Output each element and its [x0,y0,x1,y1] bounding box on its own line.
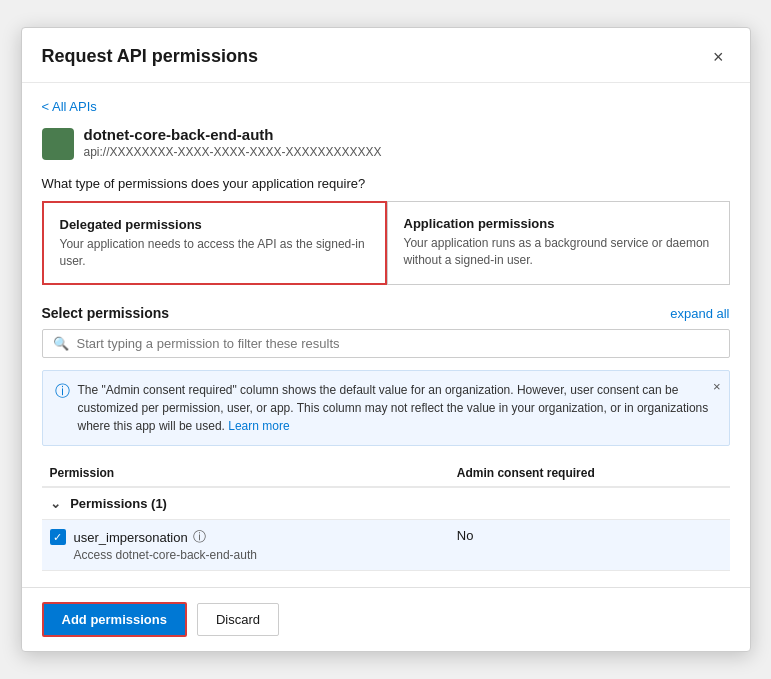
permission-cell: ✓ user_impersonation ⓘ Access dotnet-cor… [42,520,449,571]
info-banner-message: The "Admin consent required" column show… [78,383,709,433]
checkmark-icon: ✓ [53,532,62,543]
select-permissions-label: Select permissions [42,305,170,321]
table-group-row[interactable]: ⌄ Permissions (1) [42,487,730,520]
api-info: dotnet-core-back-end-auth api://XXXXXXXX… [42,126,730,160]
perm-description: Access dotnet-core-back-end-auth [74,548,257,562]
table-header-row: Permission Admin consent required [42,460,730,487]
dialog-footer: Add permissions Discard [22,587,750,651]
info-banner: ⓘ The "Admin consent required" column sh… [42,370,730,446]
expand-all-link[interactable]: expand all [670,306,729,321]
discard-button[interactable]: Discard [197,603,279,636]
permission-type-row: Delegated permissions Your application n… [42,201,730,286]
table-head: Permission Admin consent required [42,460,730,487]
application-permissions-card[interactable]: Application permissions Your application… [387,201,730,286]
perm-cell-content: ✓ user_impersonation ⓘ Access dotnet-cor… [50,528,441,562]
chevron-icon: ⌄ [50,496,61,511]
group-label: ⌄ Permissions (1) [42,487,730,520]
permission-column-header: Permission [42,460,449,487]
table-body: ⌄ Permissions (1) ✓ user_imper [42,487,730,571]
application-permissions-desc: Your application runs as a background se… [404,235,713,269]
add-permissions-button[interactable]: Add permissions [42,602,187,637]
dialog-header: Request API permissions × [22,28,750,83]
delegated-permissions-desc: Your application needs to access the API… [60,236,369,270]
api-uri: api://XXXXXXXX-XXXX-XXXX-XXXX-XXXXXXXXXX… [84,145,382,159]
admin-consent-column-header: Admin consent required [449,460,730,487]
search-input[interactable] [77,336,719,351]
permission-checkbox[interactable]: ✓ [50,529,66,545]
perm-info-icon[interactable]: ⓘ [193,528,206,546]
perm-name: user_impersonation ⓘ [74,528,257,546]
perm-name-group: user_impersonation ⓘ Access dotnet-core-… [74,528,257,562]
api-name: dotnet-core-back-end-auth [84,126,382,143]
dialog-title: Request API permissions [42,46,258,67]
info-icon: ⓘ [55,382,70,435]
api-icon [42,128,74,160]
table-row: ✓ user_impersonation ⓘ Access dotnet-cor… [42,520,730,571]
search-box: 🔍 [42,329,730,358]
permission-type-question: What type of permissions does your appli… [42,176,730,191]
select-permissions-header: Select permissions expand all [42,305,730,321]
banner-close-button[interactable]: × [713,379,721,394]
search-icon: 🔍 [53,336,69,351]
dialog-body: < All APIs dotnet-core-back-end-auth api… [22,83,750,588]
application-permissions-title: Application permissions [404,216,713,231]
delegated-permissions-title: Delegated permissions [60,217,369,232]
info-banner-text: The "Admin consent required" column show… [78,381,717,435]
close-button[interactable]: × [707,46,730,68]
perm-name-text: user_impersonation [74,530,188,545]
admin-consent-value: No [449,520,730,571]
delegated-permissions-card[interactable]: Delegated permissions Your application n… [42,201,387,286]
api-details: dotnet-core-back-end-auth api://XXXXXXXX… [84,126,382,159]
permissions-table: Permission Admin consent required ⌄ Perm… [42,460,730,571]
group-name: Permissions (1) [70,496,167,511]
learn-more-link[interactable]: Learn more [228,419,289,433]
request-api-permissions-dialog: Request API permissions × < All APIs dot… [21,27,751,653]
back-to-all-apis-link[interactable]: < All APIs [42,99,97,114]
